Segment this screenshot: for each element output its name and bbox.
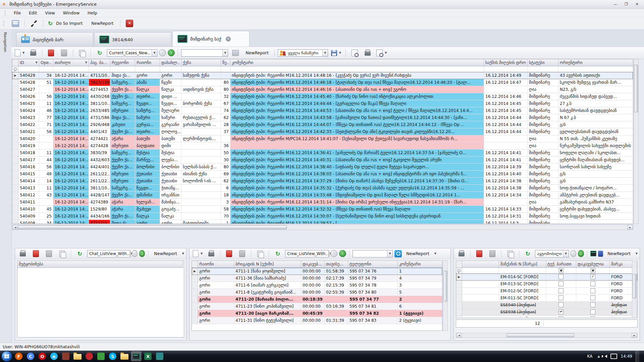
cell[interactable]: სამეგრე...: [110, 149, 135, 157]
column-header[interactable]: დაკავებულია: [576, 261, 610, 268]
cell[interactable]: [558, 220, 633, 224]
cell[interactable]: 540411: [18, 199, 39, 206]
settings-gear-button[interactable]: [394, 250, 402, 257]
cell[interactable]: ინციდენტის ტიპი: რეგიონი M16.12.2014 14:…: [230, 72, 484, 79]
cell[interactable]: გორი: [198, 303, 234, 310]
cell[interactable]: ხაშური: [160, 114, 181, 121]
close-button[interactable]: ✕: [634, 2, 640, 7]
cell[interactable]: 540427: [18, 86, 39, 93]
cell[interactable]: 67: [221, 100, 230, 107]
cell[interactable]: ინციდენტის ტიპი: რეგიონი M16.12.2014 14:…: [230, 114, 484, 121]
taskbar-item-excel[interactable]: X: [143, 352, 153, 361]
cell[interactable]: წალკა: [160, 86, 181, 93]
cell[interactable]: გამსახურდიას გამზირი N37: [558, 199, 633, 206]
delete-button[interactable]: [223, 249, 235, 258]
cell[interactable]: გოგაძე...: [160, 206, 181, 213]
column-header[interactable]: რაიონი: [135, 59, 160, 66]
cases-grid-vertical-scrollbar[interactable]: [634, 59, 639, 224]
delete-button[interactable]: [30, 249, 42, 258]
cell[interactable]: ღია: [528, 142, 558, 149]
cell[interactable]: [484, 86, 528, 93]
filter-cell[interactable]: [462, 268, 499, 274]
cell[interactable]: 5: [398, 289, 442, 296]
cell[interactable]: ქვემო ქა...: [110, 213, 135, 220]
delete-button[interactable]: [45, 49, 57, 57]
filter-checkbox[interactable]: [591, 268, 595, 273]
crew-grid-vertical-scrollbar[interactable]: [443, 260, 448, 331]
cell[interactable]: ღია: [528, 199, 558, 206]
cell[interactable]: 16.12.2014 14:44: [484, 114, 528, 121]
tab-patient[interactable]: პაციენტის ბარ:: [16, 32, 93, 47]
cell[interactable]: 16-12-2014 14:...: [53, 79, 89, 86]
cell[interactable]: 540409: [18, 213, 39, 220]
cell[interactable]: 540419: [18, 142, 39, 149]
navigate-button[interactable]: [598, 250, 603, 256]
cell[interactable]: 16.12.2014 14:45: [484, 107, 528, 114]
table-row[interactable]: 5404092516-12-2014 14:...4434/166ქვემო ქ…: [12, 213, 633, 220]
cell[interactable]: [546, 302, 576, 309]
fullscreen-button[interactable]: [28, 19, 40, 28]
cell[interactable]: ZH7748 [ჰიუნ...]: [499, 316, 546, 317]
cell[interactable]: 3811/10...: [89, 100, 110, 107]
move-up-button[interactable]: ↑: [132, 250, 138, 257]
cell[interactable]: 4432/603: [89, 157, 110, 164]
cell[interactable]: თეთრი...: [135, 93, 160, 100]
cell[interactable]: სოფ.ბაჟგავი ხიდთან: [558, 213, 633, 220]
checkbox-unchecked[interactable]: [558, 274, 564, 279]
new-record-button[interactable]: ▼: [13, 49, 26, 57]
table-row[interactable]: 5404141416-12-2014 14:...2611/22...იმერე…: [12, 178, 633, 185]
cell[interactable]: 540420: [18, 135, 39, 142]
cell[interactable]: 540423: [18, 114, 39, 121]
filter-cell[interactable]: [230, 66, 484, 72]
scrollbar-thumb[interactable]: [634, 65, 638, 112]
cell[interactable]: გორი: [198, 275, 234, 282]
cell[interactable]: [181, 93, 221, 100]
menu-help[interactable]: Help: [84, 9, 101, 16]
cell[interactable]: მიმდინარე: [528, 178, 558, 185]
cell[interactable]: ცენტრში მაღაზიასთან დახვდებ...: [558, 157, 633, 164]
cell[interactable]: 540413: [18, 185, 39, 192]
menu-edit[interactable]: Edit: [25, 9, 40, 16]
cell[interactable]: გურჯაა...: [135, 121, 160, 128]
cell[interactable]: ნურგამუშვილის სახვეჭმი თაფლეშის: [558, 142, 633, 149]
cell[interactable]: სამეფოს ქუჩა: [181, 72, 221, 79]
cell[interactable]: 50: [221, 149, 230, 157]
cell[interactable]: 16.12.2014 14:44: [484, 121, 528, 128]
new-report-button[interactable]: NewReport: [404, 251, 432, 256]
cell[interactable]: 00:18:39: [301, 296, 325, 303]
cell[interactable]: 4430/268: [89, 93, 110, 100]
cell[interactable]: წალკა: [135, 213, 160, 220]
taskbar-item-folder[interactable]: [72, 352, 83, 361]
new-report-button[interactable]: NewReport: [243, 50, 271, 55]
cell[interactable]: 77: [39, 114, 53, 121]
scroll-left-button[interactable]: ◄: [456, 333, 462, 338]
filter-cell[interactable]: [135, 66, 160, 72]
column-header[interactable]: რეგიონი: [110, 59, 135, 66]
cell[interactable]: 16-12-2014 14:...: [53, 192, 89, 199]
cell[interactable]: ქვემო ქა...: [110, 93, 135, 100]
column-header[interactable]: [462, 261, 499, 268]
move-down-button[interactable]: ↓: [578, 250, 584, 257]
cell[interactable]: ირგანჩაი: [160, 192, 181, 199]
cell[interactable]: 6: [221, 185, 230, 192]
cell[interactable]: 00:00:00: [301, 303, 325, 310]
filter-checkbox[interactable]: [559, 268, 564, 273]
column-header[interactable]: Ope...: [39, 59, 53, 66]
scroll-right-button[interactable]: ►: [632, 333, 637, 338]
save-button[interactable]: ▼: [330, 49, 342, 57]
cell[interactable]: 4711-36 [მაია სამხარაძე]: [234, 275, 301, 282]
cell[interactable]: EM-011-SC [FORD]: [499, 295, 546, 302]
records-filter-select[interactable]: ყველა ჩანაწერი ▼: [278, 49, 328, 57]
table-row[interactable]: 5404285116-12-2014 14:...3823/198სამეგრე…: [12, 79, 633, 86]
cell[interactable]: 540426: [18, 93, 39, 100]
table-row[interactable]: 5404251116-12-2014 14:...3811/10...სამეგ…: [12, 100, 633, 107]
cell[interactable]: 540425: [18, 100, 39, 107]
cell[interactable]: ცენტრში დახვდებიან, ასახვე...: [558, 206, 633, 213]
new-report-button[interactable]: NewReport: [151, 251, 180, 256]
cell[interactable]: ✓: [546, 309, 576, 316]
move-up-button[interactable]: ↑: [330, 250, 337, 257]
cell[interactable]: სამეგრე...: [110, 100, 135, 107]
cell[interactable]: 540422: [18, 121, 39, 128]
cell[interactable]: სოლომონ I-ის ...: [181, 178, 221, 185]
cell[interactable]: სამტრე...: [135, 107, 160, 114]
